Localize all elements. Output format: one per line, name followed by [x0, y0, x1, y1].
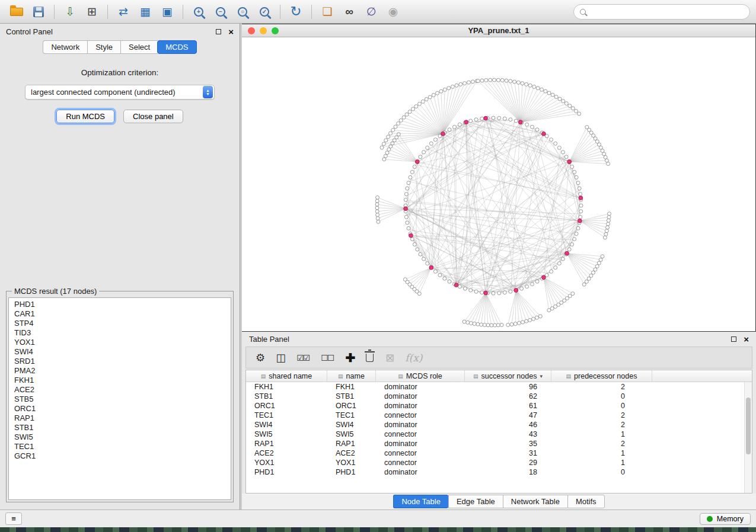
table-scrollbar[interactable] — [744, 382, 752, 493]
list-item[interactable]: RAP1 — [9, 414, 231, 423]
cell-predecessor-nodes: 0 — [551, 392, 652, 400]
cell-successor-nodes: 96 — [465, 383, 551, 391]
close-panel-button[interactable]: Close panel — [123, 110, 183, 123]
column-header-predecessor-nodes[interactable]: ▤ predecessor nodes — [551, 370, 652, 382]
tab-select[interactable]: Select — [120, 40, 158, 54]
list-item[interactable]: STB1 — [9, 423, 231, 432]
control-panel-header: Control Panel × — [0, 24, 240, 39]
tab-node-table[interactable]: Node Table — [393, 495, 448, 508]
import-network-button[interactable]: ⇩ — [59, 2, 81, 21]
memory-button[interactable]: Memory — [700, 513, 751, 525]
criterion-dropdown[interactable]: largest connected component (undirected)… — [25, 85, 215, 100]
table-row[interactable]: SWI5 SWI5 connector 43 1 — [246, 430, 752, 439]
import-table-button[interactable]: ⊞ — [81, 2, 103, 21]
toolbar-separator — [54, 5, 55, 19]
search-input[interactable] — [589, 7, 744, 16]
cell-mcds-role: connector — [376, 430, 465, 438]
table-row[interactable]: RAP1 RAP1 dominator 35 2 — [246, 439, 752, 448]
scrollbar-thumb[interactable] — [746, 398, 751, 454]
table-row[interactable]: ORC1 ORC1 dominator 61 0 — [246, 401, 752, 411]
zoom-fit-button[interactable]: ○ — [232, 2, 253, 21]
status-menu-button[interactable]: ≡ — [5, 512, 22, 525]
cell-successor-nodes: 18 — [465, 468, 551, 476]
float-panel-icon[interactable] — [731, 336, 736, 342]
list-item[interactable]: TEC1 — [9, 442, 231, 451]
criterion-selected-value: largest connected component (undirected) — [31, 88, 176, 97]
list-item[interactable]: TID3 — [9, 328, 231, 338]
table-row[interactable]: ACE2 ACE2 connector 31 1 — [246, 448, 752, 458]
tab-edge-table[interactable]: Edge Table — [448, 495, 503, 508]
table-row[interactable]: YOX1 YOX1 connector 29 1 — [246, 458, 752, 467]
cell-predecessor-nodes: 2 — [551, 421, 652, 429]
list-item[interactable]: GCR1 — [9, 451, 231, 461]
tab-mcds[interactable]: MCDS — [157, 40, 196, 54]
tab-network-table[interactable]: Network Table — [503, 495, 567, 508]
add-column-icon[interactable]: ✚ — [345, 352, 354, 364]
export-image-button[interactable]: ▣ — [157, 2, 178, 21]
clone-network-button[interactable]: ❏ — [317, 2, 338, 21]
table-row[interactable]: TEC1 TEC1 connector 47 2 — [246, 411, 752, 420]
list-item[interactable]: SWI5 — [9, 432, 231, 442]
cell-mcds-role: dominator — [376, 392, 465, 400]
export-table-button[interactable]: ▦ — [135, 2, 156, 21]
toolbar-separator — [311, 5, 312, 19]
show-all-button[interactable]: ◉ — [382, 2, 404, 21]
status-bar: ≡ Memory — [0, 509, 756, 527]
list-item[interactable]: PMA2 — [9, 366, 231, 376]
column-header-shared-name[interactable]: ▤ shared name — [246, 370, 327, 382]
table-row[interactable]: SWI4 SWI4 dominator 46 2 — [246, 420, 752, 430]
maximize-window-icon[interactable] — [272, 27, 279, 34]
minimize-window-icon[interactable] — [260, 27, 267, 34]
list-item[interactable]: PHD1 — [9, 300, 231, 309]
zoom-in-icon: + — [194, 7, 203, 17]
list-item[interactable]: SWI4 — [9, 347, 231, 357]
close-panel-icon[interactable]: × — [228, 27, 234, 36]
tab-motifs[interactable]: Motifs — [567, 495, 605, 508]
apply-layout-button[interactable]: ↻ — [285, 2, 307, 21]
tab-network[interactable]: Network — [43, 40, 87, 54]
table-row[interactable]: PHD1 PHD1 dominator 18 0 — [246, 467, 752, 477]
run-mcds-button[interactable]: Run MCDS — [56, 110, 114, 123]
zoom-out-button[interactable]: − — [210, 2, 231, 21]
tab-style[interactable]: Style — [87, 40, 120, 54]
column-header-successor-nodes[interactable]: ▤ successor nodes ▾ — [465, 370, 551, 382]
export-network-button[interactable]: ⇄ — [113, 2, 134, 21]
table-row[interactable]: FKH1 FKH1 dominator 96 2 — [246, 382, 752, 392]
close-window-icon[interactable] — [248, 27, 255, 34]
cell-name: TEC1 — [327, 411, 376, 419]
open-session-button[interactable] — [6, 2, 27, 21]
close-panel-icon[interactable]: × — [744, 335, 749, 344]
list-item[interactable]: FKH1 — [9, 376, 231, 385]
cell-predecessor-nodes: 2 — [551, 411, 652, 419]
list-item[interactable]: CAR1 — [9, 309, 231, 319]
list-item[interactable]: ACE2 — [9, 385, 231, 395]
open-folder-icon — [10, 8, 23, 16]
deselect-all-icon[interactable]: ☐☐ — [321, 354, 333, 362]
save-icon — [33, 7, 44, 17]
gear-icon[interactable]: ⚙ — [256, 352, 264, 363]
save-session-button[interactable] — [28, 2, 49, 21]
column-header-mcds-role[interactable]: ▤ MCDS role — [376, 370, 465, 382]
hide-selected-button[interactable]: ∅ — [361, 2, 382, 21]
export-network-icon: ⇄ — [119, 6, 128, 17]
list-item[interactable]: ORC1 — [9, 404, 231, 414]
list-item[interactable]: SRD1 — [9, 357, 231, 366]
table-row[interactable]: STB1 STB1 dominator 62 0 — [246, 392, 752, 401]
select-all-icon[interactable]: ☑☑ — [296, 354, 309, 362]
network-title-bar: YPA_prune.txt_1 — [242, 24, 755, 37]
table-panel-header: Table Panel × — [242, 332, 756, 347]
list-item[interactable]: YOX1 — [9, 338, 231, 347]
cell-name: SWI5 — [327, 430, 376, 438]
zoom-selected-button[interactable]: ✓ — [254, 2, 275, 21]
show-columns-icon[interactable]: ◫ — [276, 352, 285, 363]
cell-successor-nodes: 61 — [465, 402, 551, 410]
apply-layout-icon: ↻ — [290, 5, 301, 18]
list-item[interactable]: STP4 — [9, 319, 231, 328]
trash-icon[interactable] — [366, 354, 374, 362]
find-button[interactable]: ∞ — [339, 2, 360, 21]
list-item[interactable]: STB5 — [9, 395, 231, 404]
zoom-in-button[interactable]: + — [188, 2, 209, 21]
column-header-name[interactable]: ▤ name — [327, 370, 376, 382]
float-panel-icon[interactable] — [216, 29, 221, 34]
network-canvas[interactable] — [242, 37, 755, 331]
